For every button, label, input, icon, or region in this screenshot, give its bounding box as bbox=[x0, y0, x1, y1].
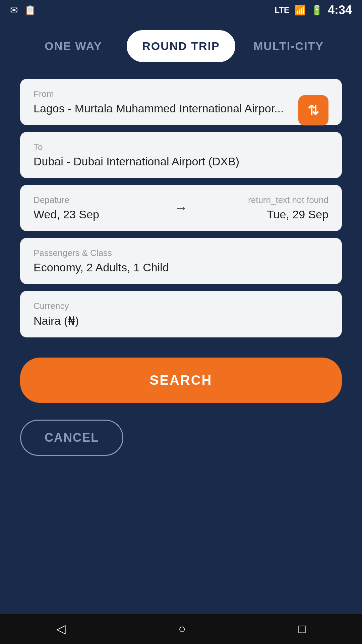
from-value: Lagos - Murtala Muhammed International A… bbox=[34, 102, 328, 115]
departure-label: Depature bbox=[34, 195, 164, 205]
cancel-button[interactable]: CANCEL bbox=[20, 420, 123, 456]
return-value: Tue, 29 Sep bbox=[198, 208, 328, 221]
tab-navigation: ONE WAY ROUND TRIP MULTI-CITY bbox=[20, 30, 342, 62]
tab-one-way[interactable]: ONE WAY bbox=[20, 31, 127, 61]
departure-section: Depature Wed, 23 Sep bbox=[34, 195, 164, 221]
currency-field[interactable]: Currency Naira (₦) bbox=[20, 291, 342, 337]
home-icon[interactable]: ○ bbox=[178, 622, 186, 636]
departure-value: Wed, 23 Sep bbox=[34, 208, 164, 221]
status-bar-right: LTE 📶 🔋 4:34 bbox=[275, 3, 352, 17]
tab-round-trip[interactable]: ROUND TRIP bbox=[127, 30, 235, 62]
return-section: return_text not found Tue, 29 Sep bbox=[198, 195, 328, 221]
currency-label: Currency bbox=[34, 301, 328, 311]
to-field[interactable]: To Dubai - Dubai International Airport (… bbox=[20, 132, 342, 178]
currency-value: Naira (₦) bbox=[34, 314, 328, 327]
recents-icon[interactable]: □ bbox=[298, 622, 306, 636]
to-value: Dubai - Dubai International Airport (DXB… bbox=[34, 155, 328, 168]
status-time: 4:34 bbox=[328, 3, 352, 17]
from-label: From bbox=[34, 89, 328, 99]
passengers-field[interactable]: Passengers & Class Economy, 2 Adults, 1 … bbox=[20, 238, 342, 284]
lte-icon: LTE bbox=[275, 5, 289, 15]
date-arrow-icon: → bbox=[164, 200, 198, 216]
back-icon[interactable]: ◁ bbox=[56, 622, 66, 636]
from-to-container: From Lagos - Murtala Muhammed Internatio… bbox=[20, 79, 342, 178]
passengers-value: Economy, 2 Adults, 1 Child bbox=[34, 261, 328, 274]
date-field[interactable]: Depature Wed, 23 Sep → return_text not f… bbox=[20, 185, 342, 231]
status-bar: ✉ 📋 LTE 📶 🔋 4:34 bbox=[0, 0, 362, 20]
main-content: ONE WAY ROUND TRIP MULTI-CITY From Lagos… bbox=[0, 20, 362, 466]
to-label: To bbox=[34, 142, 328, 152]
battery-icon: 🔋 bbox=[311, 5, 323, 16]
clipboard-icon: 📋 bbox=[24, 5, 36, 16]
status-bar-left: ✉ 📋 bbox=[10, 5, 36, 16]
swap-icon: ⇅ bbox=[308, 103, 319, 118]
email-icon: ✉ bbox=[10, 5, 18, 16]
tab-multi-city[interactable]: MULTI-CITY bbox=[235, 31, 342, 61]
passengers-label: Passengers & Class bbox=[34, 248, 328, 258]
bottom-nav: ◁ ○ □ bbox=[0, 614, 362, 644]
return-label: return_text not found bbox=[198, 195, 328, 205]
swap-button[interactable]: ⇅ bbox=[298, 95, 328, 125]
signal-icon: 📶 bbox=[294, 5, 306, 16]
search-button[interactable]: SEARCH bbox=[20, 358, 342, 403]
from-field[interactable]: From Lagos - Murtala Muhammed Internatio… bbox=[20, 79, 342, 125]
